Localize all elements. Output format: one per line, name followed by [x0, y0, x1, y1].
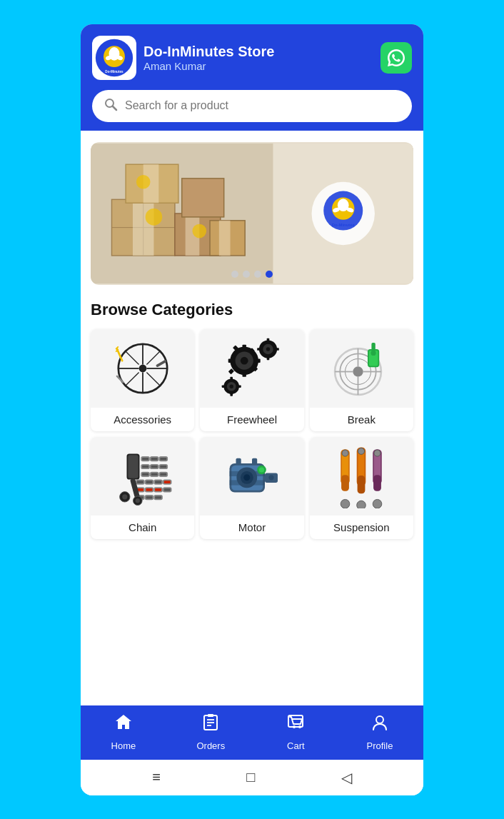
system-bar: ≡ □ ◁ — [81, 760, 423, 795]
svg-line-44 — [116, 346, 119, 349]
category-image-chain — [91, 437, 194, 516]
svg-point-116 — [243, 474, 250, 481]
phone-screen: Do-Minutes Do-InMinutes Store Aman Kumar — [81, 24, 423, 795]
svg-rect-87 — [159, 457, 167, 461]
brand-text: Do-InMinutes Store Aman Kumar — [143, 43, 274, 72]
svg-rect-122 — [252, 458, 257, 464]
category-card-freewheel[interactable]: Freewheel — [200, 329, 303, 431]
svg-point-21 — [146, 208, 163, 226]
banner-dot-3[interactable] — [254, 271, 261, 278]
nav-item-cart[interactable]: Cart — [286, 713, 306, 751]
home-icon — [114, 713, 133, 738]
category-label-chain: Chain — [126, 516, 159, 539]
brand-area: Do-Minutes Do-InMinutes Store Aman Kumar — [92, 36, 274, 80]
svg-rect-52 — [256, 358, 260, 362]
svg-point-109 — [135, 498, 139, 503]
svg-rect-100 — [154, 488, 162, 491]
svg-point-59 — [266, 347, 270, 351]
svg-rect-96 — [154, 480, 162, 483]
svg-rect-60 — [267, 338, 270, 341]
svg-rect-101 — [163, 488, 171, 491]
category-image-suspension — [310, 437, 413, 516]
main-content: Do-Minutes Browse Categories — [81, 131, 423, 705]
back-icon[interactable]: ◁ — [341, 769, 352, 786]
category-card-chain[interactable]: Chain — [91, 437, 194, 539]
svg-rect-130 — [358, 476, 366, 493]
svg-rect-85 — [141, 457, 149, 461]
svg-rect-89 — [150, 464, 158, 468]
svg-point-48 — [241, 356, 248, 364]
svg-rect-86 — [150, 457, 158, 461]
phone-wrapper: Do-Minutes Do-InMinutes Store Aman Kumar — [0, 0, 504, 819]
svg-point-127 — [342, 450, 348, 456]
svg-rect-93 — [159, 472, 167, 476]
svg-point-72 — [353, 366, 363, 376]
header-top: Do-Minutes Do-InMinutes Store Aman Kumar — [92, 36, 412, 80]
svg-rect-95 — [145, 480, 153, 483]
svg-line-39 — [146, 351, 160, 364]
svg-rect-121 — [236, 458, 241, 464]
svg-rect-90 — [159, 464, 167, 468]
svg-rect-135 — [373, 475, 381, 491]
svg-rect-142 — [208, 714, 213, 717]
header: Do-Minutes Do-InMinutes Store Aman Kumar — [81, 24, 423, 131]
brand-subtitle: Aman Kumar — [143, 60, 274, 72]
banner-image: Do-Minutes — [91, 142, 413, 285]
svg-rect-103 — [145, 496, 153, 499]
svg-point-66 — [229, 384, 233, 388]
banner-dot-1[interactable] — [231, 271, 238, 278]
svg-rect-97 — [163, 480, 171, 483]
svg-rect-125 — [341, 475, 349, 491]
menu-icon[interactable]: ≡ — [152, 769, 161, 785]
category-label-suspension: Suspension — [331, 516, 392, 539]
svg-rect-51 — [228, 358, 233, 362]
svg-rect-69 — [222, 385, 226, 388]
nav-item-profile[interactable]: Profile — [367, 713, 393, 751]
search-input[interactable] — [125, 99, 400, 112]
category-label-break: Break — [345, 408, 378, 431]
svg-rect-70 — [238, 385, 241, 388]
banner-dots — [231, 271, 273, 278]
search-bar[interactable] — [92, 90, 412, 122]
bottom-nav: Home Orders — [81, 705, 423, 760]
category-card-motor[interactable]: Motor — [200, 437, 303, 539]
svg-rect-92 — [150, 472, 158, 476]
category-image-freewheel — [200, 329, 303, 408]
svg-rect-84 — [128, 455, 138, 478]
banner-dot-2[interactable] — [243, 271, 250, 278]
search-icon — [104, 97, 118, 115]
whatsapp-button[interactable] — [380, 42, 412, 74]
svg-point-126 — [341, 499, 351, 508]
home-system-icon[interactable]: □ — [246, 769, 255, 785]
svg-rect-49 — [242, 344, 246, 348]
categories-section: Browse Categories — [81, 292, 423, 548]
banner: Do-Minutes — [91, 142, 413, 285]
svg-point-132 — [358, 448, 365, 454]
svg-rect-91 — [141, 472, 149, 476]
category-card-suspension[interactable]: Suspension — [310, 437, 413, 539]
svg-point-118 — [259, 467, 264, 472]
nav-item-home[interactable]: Home — [111, 713, 136, 751]
category-label-motor: Motor — [236, 516, 268, 539]
category-image-break — [310, 329, 413, 408]
category-label-freewheel: Freewheel — [224, 408, 280, 431]
nav-label-home: Home — [111, 740, 136, 751]
category-label-accessories: Accessories — [111, 408, 174, 431]
svg-rect-104 — [154, 496, 162, 499]
nav-label-orders: Orders — [196, 740, 225, 751]
nav-item-orders[interactable]: Orders — [196, 713, 225, 751]
svg-point-107 — [122, 494, 127, 499]
svg-text:Do-Minutes: Do-Minutes — [105, 69, 124, 73]
svg-rect-68 — [230, 393, 233, 396]
categories-grid: Accessories — [91, 329, 413, 539]
svg-rect-63 — [276, 348, 279, 351]
category-image-motor — [200, 437, 303, 516]
svg-point-23 — [136, 174, 151, 189]
svg-rect-82 — [372, 343, 376, 352]
svg-rect-61 — [267, 356, 270, 360]
banner-dot-4[interactable] — [266, 271, 273, 278]
svg-point-136 — [373, 499, 383, 508]
category-card-break[interactable]: Break — [310, 329, 413, 431]
svg-point-22 — [192, 223, 206, 238]
category-card-accessories[interactable]: Accessories — [91, 329, 194, 431]
